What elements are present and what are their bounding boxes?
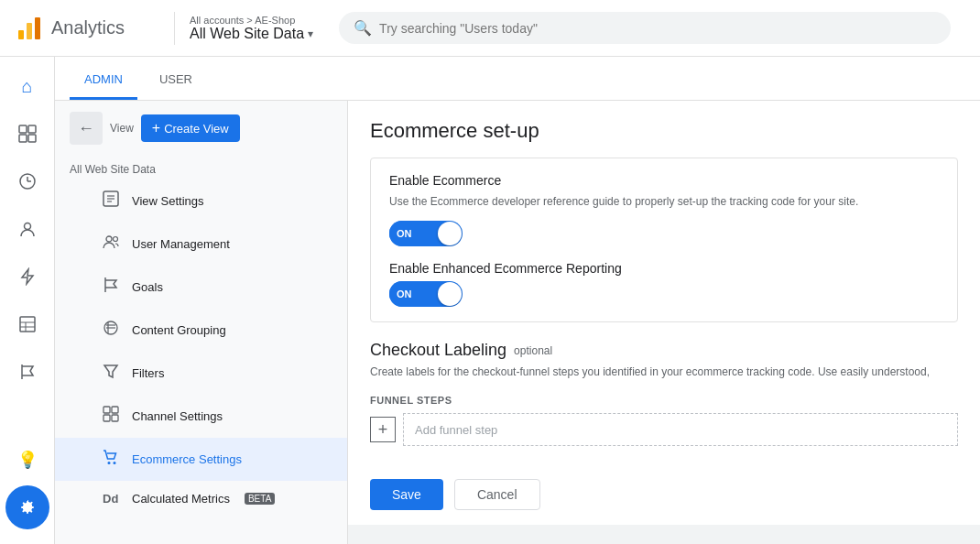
sidebar-item-acquisition[interactable] <box>5 255 49 299</box>
channel-settings-icon <box>103 406 121 427</box>
svg-rect-3 <box>19 125 27 133</box>
main-area: ADMIN USER ← View + Create View All Web … <box>55 57 980 544</box>
person-icon <box>18 220 37 238</box>
view-settings-icon <box>103 190 121 212</box>
sidebar-item-dashboard[interactable] <box>5 112 49 156</box>
funnel-input[interactable]: Add funnel step <box>403 413 958 446</box>
svg-rect-5 <box>19 135 27 142</box>
sidebar-item-conversions[interactable] <box>5 350 49 394</box>
svg-rect-6 <box>28 135 36 142</box>
topbar-divider <box>174 12 175 45</box>
sidebar-item-filters[interactable]: Filters <box>55 352 347 395</box>
back-button[interactable]: ← <box>70 112 103 145</box>
calculated-metrics-label: Calculated Metrics <box>132 492 230 506</box>
sidebar-item-calculated-metrics[interactable]: Dd Calculated Metrics BETA <box>55 481 347 517</box>
svg-rect-2 <box>35 17 40 39</box>
search-bar[interactable]: 🔍 <box>339 12 951 44</box>
toggle-knob <box>438 222 462 245</box>
channel-settings-label: Channel Settings <box>132 409 223 423</box>
svg-rect-4 <box>28 125 36 133</box>
svg-point-34 <box>108 462 111 464</box>
bolt-icon <box>18 267 37 286</box>
toggle-enhanced-on-label: ON <box>389 281 437 307</box>
topbar: Analytics All accounts > AE-Shop All Web… <box>0 0 980 57</box>
checkout-title: Checkout Labeling optional <box>370 341 958 360</box>
enable-ecommerce-title: Enable Ecommerce <box>389 173 939 188</box>
filters-icon <box>103 363 121 384</box>
tab-user[interactable]: USER <box>145 61 207 100</box>
svg-marker-11 <box>22 269 33 284</box>
table-icon <box>18 315 37 333</box>
view-label: View <box>110 122 134 135</box>
funnel-steps-label: FUNNEL STEPS <box>370 395 958 406</box>
svg-point-23 <box>114 237 118 242</box>
sidebar-item-view-settings[interactable]: View Settings <box>55 180 347 223</box>
flag-icon <box>18 363 37 381</box>
action-bar: Save Cancel <box>348 464 980 525</box>
enable-enhanced-title: Enable Enhanced Ecommerce Reporting <box>389 261 939 276</box>
svg-rect-33 <box>112 415 118 421</box>
account-name: All Web Site Data ▾ <box>190 26 313 42</box>
svg-marker-29 <box>104 365 117 377</box>
left-panel-header: ← View + Create View <box>55 101 347 156</box>
panel-section-label: All Web Site Data <box>55 156 347 180</box>
checkout-desc: Create labels for the checkout-funnel st… <box>370 364 958 380</box>
sidebar-item-home[interactable]: ⌂ <box>5 64 49 108</box>
account-breadcrumb: All accounts > AE-Shop <box>190 15 313 26</box>
user-management-label: User Management <box>132 237 230 251</box>
search-icon: 🔍 <box>354 19 372 37</box>
sidebar-item-behavior[interactable] <box>5 302 49 346</box>
goals-label: Goals <box>132 280 163 294</box>
analytics-logo-icon <box>15 14 44 43</box>
toggle-card: Enable Ecommerce Use the Ecommerce devel… <box>370 158 958 322</box>
enable-enhanced-section: Enable Enhanced Ecommerce Reporting ON <box>389 261 939 307</box>
goals-icon <box>103 277 121 298</box>
settings-icon <box>18 498 37 517</box>
content-area: ← View + Create View All Web Site Data V… <box>55 101 980 544</box>
sidebar-item-reports[interactable] <box>5 159 49 203</box>
svg-rect-31 <box>112 407 118 413</box>
add-funnel-button[interactable]: + <box>370 417 396 442</box>
save-button[interactable]: Save <box>370 479 443 510</box>
svg-rect-30 <box>103 407 110 413</box>
toggle-on-label: ON <box>389 221 437 246</box>
content-grouping-label: Content Grouping <box>132 323 226 337</box>
funnel-placeholder: Add funnel step <box>415 423 497 437</box>
section-title: Ecommerce set-up <box>348 101 980 158</box>
filters-label: Filters <box>132 366 164 380</box>
svg-point-35 <box>114 462 116 464</box>
search-input[interactable] <box>379 21 936 36</box>
svg-point-22 <box>106 236 112 242</box>
user-management-icon <box>103 234 121 255</box>
svg-rect-12 <box>20 317 35 332</box>
view-settings-label: View Settings <box>132 194 204 208</box>
svg-point-10 <box>24 223 30 230</box>
svg-rect-0 <box>18 30 24 39</box>
sidebar-item-lightbulb[interactable]: 💡 <box>5 438 49 482</box>
sidebar: ⌂ <box>0 57 55 544</box>
beta-badge: BETA <box>245 493 275 505</box>
funnel-row: + Add funnel step <box>370 413 958 446</box>
tab-admin[interactable]: ADMIN <box>70 61 137 100</box>
create-view-button[interactable]: + Create View <box>141 114 240 142</box>
sidebar-item-ecommerce-settings[interactable]: Ecommerce Settings <box>55 438 347 481</box>
enable-ecommerce-toggle[interactable]: ON <box>389 221 463 246</box>
cancel-button[interactable]: Cancel <box>454 479 540 510</box>
enable-enhanced-toggle[interactable]: ON <box>389 281 463 307</box>
ecommerce-settings-label: Ecommerce Settings <box>132 452 242 466</box>
enable-ecommerce-desc: Use the Ecommerce developer reference gu… <box>389 193 939 210</box>
content-grouping-icon <box>103 320 121 341</box>
plus-icon: + <box>152 120 160 136</box>
account-selector[interactable]: All accounts > AE-Shop All Web Site Data… <box>190 15 313 42</box>
app-name: Analytics <box>51 17 125 38</box>
ecommerce-settings-icon <box>103 449 121 470</box>
sidebar-item-channel-settings[interactable]: Channel Settings <box>55 395 347 438</box>
sidebar-item-user-management[interactable]: User Management <box>55 223 347 266</box>
dashboard-icon <box>18 125 37 143</box>
sidebar-item-audience[interactable] <box>5 207 49 251</box>
optional-label: optional <box>514 344 552 357</box>
sidebar-item-goals[interactable]: Goals <box>55 266 347 309</box>
toggle-enhanced-knob <box>438 282 462 306</box>
sidebar-item-content-grouping[interactable]: Content Grouping <box>55 309 347 352</box>
sidebar-settings-button[interactable] <box>5 485 49 529</box>
